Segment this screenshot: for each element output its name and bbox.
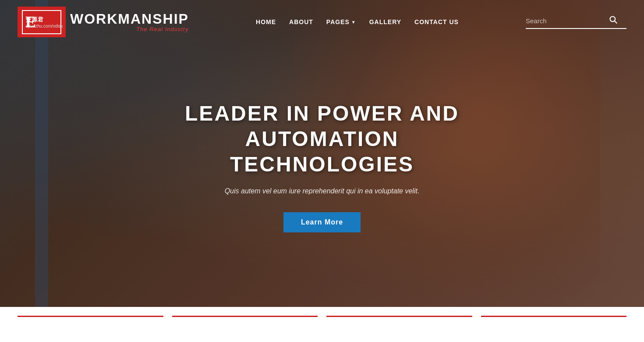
bottom-bar-row — [0, 307, 644, 317]
svg-point-0 — [610, 16, 616, 21]
bottom-bar-1 — [18, 316, 163, 317]
nav-about[interactable]: ABOUT — [289, 18, 313, 25]
logo-area: E 资源君 eyunzhu.com/vdisk WORKMANSHIP The … — [18, 7, 189, 37]
svg-line-1 — [615, 21, 617, 23]
brand-tagline: The Real Industry — [70, 26, 189, 32]
hero-content: LEADER IN POWER AND AUTOMATION TECHNOLOG… — [0, 0, 644, 307]
main-nav: HOME ABOUT PAGES ▼ GALLERY CONTACT US — [256, 18, 459, 25]
nav-pages-arrow: ▼ — [351, 20, 356, 25]
logo-box: E 资源君 eyunzhu.com/vdisk — [18, 7, 66, 37]
search-icon — [609, 15, 618, 24]
logo-letter: E — [25, 13, 36, 31]
site-header: E 资源君 eyunzhu.com/vdisk WORKMANSHIP The … — [0, 0, 644, 44]
brand-name: WORKMANSHIP The Real Industry — [70, 12, 189, 32]
hero-subtitle: Quis autem vel eum iure reprehenderit qu… — [225, 185, 420, 197]
search-box — [526, 15, 626, 29]
logo-box-inner: E 资源君 eyunzhu.com/vdisk — [22, 10, 61, 34]
brand-name-text: WORKMANSHIP — [70, 12, 189, 26]
hero-title: LEADER IN POWER AND AUTOMATION TECHNOLOG… — [169, 101, 475, 177]
bottom-section — [0, 307, 644, 342]
hero-section: E 资源君 eyunzhu.com/vdisk WORKMANSHIP The … — [0, 0, 644, 307]
hero-title-line1: LEADER IN POWER AND AUTOMATION — [185, 102, 459, 150]
bottom-bar-2 — [172, 316, 318, 317]
hero-cta-button[interactable]: Learn More — [283, 212, 361, 232]
bottom-bar-4 — [481, 316, 627, 317]
nav-pages[interactable]: PAGES ▼ — [326, 18, 356, 25]
search-button[interactable] — [609, 15, 618, 26]
nav-gallery[interactable]: GALLERY — [369, 18, 401, 25]
search-input[interactable] — [526, 17, 609, 25]
hero-title-line2: TECHNOLOGIES — [230, 153, 414, 176]
search-area — [526, 15, 626, 29]
nav-contact[interactable]: CONTACT US — [414, 18, 459, 25]
nav-home[interactable]: HOME — [256, 18, 276, 25]
nav-pages-label: PAGES — [326, 18, 350, 25]
bottom-bar-3 — [326, 316, 472, 317]
